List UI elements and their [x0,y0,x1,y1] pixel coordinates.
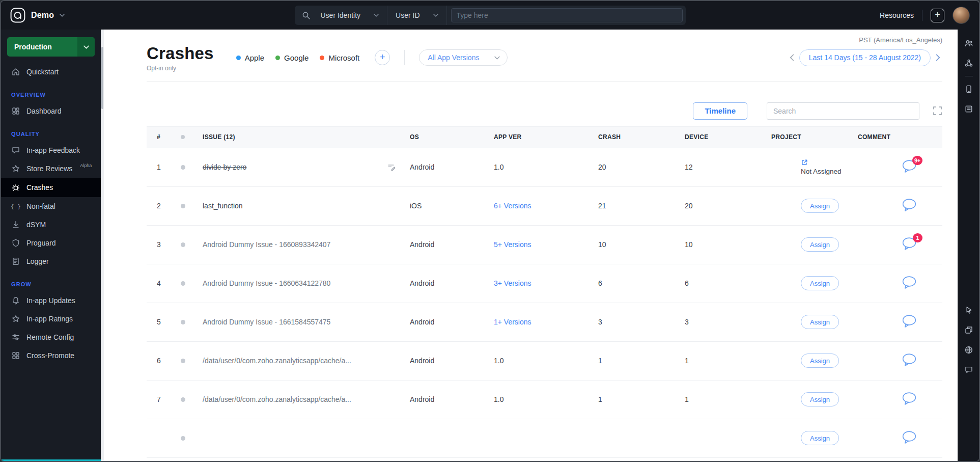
platform-legend: Apple Google Microsoft + [236,50,390,65]
page-subtitle: Opt-in only [147,65,214,72]
app-version-cell[interactable]: 6+ Versions [494,202,531,210]
sidebar-item-proguard[interactable]: Proguard [1,234,101,252]
issue-title[interactable]: /data/user/0/com.zoho.zanalyticsapp/cach… [203,357,351,365]
sidebar-item-store-reviews[interactable]: Store ReviewsAlpha [1,159,101,178]
app-logo-icon[interactable] [10,8,25,23]
sidebar-item-quickstart[interactable]: Quickstart [1,63,101,81]
user-id-dropdown[interactable]: User ID [387,6,446,25]
external-link-icon[interactable] [801,159,808,166]
table-row[interactable]: Assign [147,419,942,458]
workspace-name[interactable]: Demo [31,11,54,20]
timeline-button[interactable]: Timeline [693,102,747,120]
next-range-chevron-icon[interactable] [934,52,942,63]
platform-google[interactable]: Google [275,53,309,62]
crash-count-cell: 20 [598,163,685,171]
dashboard-icon [11,106,20,116]
table-row[interactable]: 1divide by zeroAndroid1.02012Not Assigne… [147,148,942,187]
sidebar-item-crashes[interactable]: Crashes [1,178,101,197]
status-dot-icon [181,135,185,139]
assign-button[interactable]: Assign [801,315,839,329]
right-rail [958,30,979,461]
environment-selector[interactable]: Production [7,37,95,57]
rail-middle-icons [963,84,974,115]
table-row[interactable]: 2last_functioniOS6+ Versions2120Assign [147,187,942,226]
sidebar-item-in-app-updates[interactable]: In-app Updates [1,291,101,310]
page-title: Crashes [147,44,214,63]
assign-button[interactable]: Assign [801,237,839,252]
sidebar-item-cross-promote[interactable]: Cross-Promote [1,346,101,365]
edit-note-icon[interactable] [387,163,396,172]
comment-bubble-icon[interactable] [902,198,918,213]
globe-icon[interactable] [963,344,974,356]
comment-bubble-icon[interactable] [902,314,918,330]
proguard-icon [11,238,20,248]
windows-icon[interactable] [963,324,974,336]
sidebar-item-dashboard[interactable]: Dashboard [1,102,101,120]
chat-icon[interactable] [963,364,974,375]
scrollbar-thumb[interactable] [101,47,103,109]
user-identity-dropdown[interactable]: User Identity [313,6,388,25]
device-icon[interactable] [963,84,974,95]
table-row[interactable]: 4Android Dummy Issue - 1660634122780Andr… [147,264,942,303]
crash-count-cell: 6 [598,279,685,287]
resources-link[interactable]: Resources [880,11,914,19]
main-content: PST (America/Los_Angeles) Crashes Opt-in… [104,30,958,461]
table-row[interactable]: 5Android Dummy Issue - 1661584557475Andr… [147,303,942,342]
assign-button[interactable]: Assign [801,354,839,368]
sidebar-item-in-app-feedback[interactable]: In-app Feedback [1,141,101,159]
platform-microsoft[interactable]: Microsoft [320,53,359,62]
table-row[interactable]: 7/data/user/0/com.zoho.zanalyticsapp/cac… [147,381,942,419]
table-row[interactable]: 6/data/user/0/com.zoho.zanalyticsapp/cac… [147,342,942,381]
pointer-icon[interactable] [963,305,974,316]
app-version-cell: 1.0 [494,395,503,403]
project-status-label: Not Assigned [801,168,842,175]
search-value-input[interactable] [451,8,683,22]
team-icon[interactable] [963,38,974,49]
table-search [767,102,919,120]
assign-button[interactable]: Assign [801,276,839,290]
app-version-cell[interactable]: 3+ Versions [494,279,531,287]
comment-bubble-icon[interactable] [902,392,918,407]
comment-bubble-icon[interactable] [902,353,918,368]
app-versions-dropdown[interactable]: All App Versions [419,49,508,66]
row-index: 1 [157,163,181,171]
comment-bubble-icon[interactable] [902,276,918,291]
assign-button[interactable]: Assign [801,392,839,406]
comment-bubble-icon[interactable]: 9+ [902,159,918,175]
crash-count-cell: 3 [598,318,685,326]
assign-button[interactable]: Assign [801,199,839,213]
platform-apple[interactable]: Apple [236,53,264,62]
issue-title[interactable]: /data/user/0/com.zoho.zanalyticsapp/cach… [203,395,351,403]
prev-range-chevron-icon[interactable] [788,52,796,63]
date-range-selector[interactable]: Last 14 Days (15 - 28 August 2022) [799,49,931,66]
integrations-icon[interactable] [963,58,974,69]
sidebar-item-remote-config[interactable]: Remote Config [1,328,101,346]
crash-table: # ISSUE (12) OS APP VER CRASH DEVICE PRO… [147,126,942,458]
issue-title[interactable]: Android Dummy Issue - 1660634122780 [203,279,330,287]
user-identity-label: User Identity [321,11,361,19]
user-avatar[interactable] [953,7,970,24]
issue-title[interactable]: Android Dummy Issue - 1660893342407 [203,240,330,249]
app-version-cell[interactable]: 1+ Versions [494,318,531,326]
sidebar-scrollbar[interactable] [101,30,104,461]
comment-bubble-icon[interactable] [902,430,918,446]
docs-icon[interactable] [963,103,974,115]
search-icon [295,11,313,20]
add-project-button[interactable]: + [931,9,944,22]
app-version-cell[interactable]: 5+ Versions [494,240,531,249]
chevron-down-icon[interactable] [60,14,65,17]
issue-title[interactable]: last_function [203,202,243,210]
comment-bubble-icon[interactable]: 1 [902,237,918,252]
add-platform-button[interactable]: + [375,50,390,65]
sidebar-item-non-fatal[interactable]: { }Non-fatal [1,197,101,215]
table-search-input[interactable] [767,102,919,120]
issue-title[interactable]: Android Dummy Issue - 1661584557475 [203,318,330,326]
sidebar-item-dsym[interactable]: dSYM [1,215,101,234]
issue-title[interactable]: divide by zero [203,163,246,171]
sidebar-item-logger[interactable]: Logger [1,252,101,270]
assign-button[interactable]: Assign [801,431,839,445]
fullscreen-icon[interactable] [933,106,942,116]
device-count-cell: 1 [685,357,771,365]
sidebar-item-in-app-ratings[interactable]: In-app Ratings [1,310,101,328]
table-row[interactable]: 3Android Dummy Issue - 1660893342407Andr… [147,226,942,264]
